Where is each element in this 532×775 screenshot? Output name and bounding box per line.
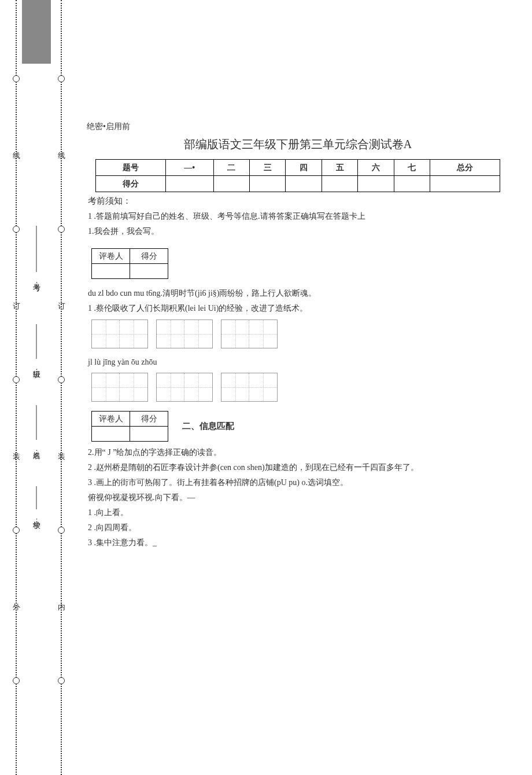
inner-char-nei: 内: [58, 602, 65, 612]
col-5: 五: [322, 160, 357, 176]
grader-table-1: 评卷人 得分: [91, 248, 168, 279]
binding-margin: 线 订 装 外 考号： 班级： 姓名： 学校: 线 订 装 内: [0, 0, 81, 775]
student-info-column: 考号： 班级： 姓名： 学校:: [22, 0, 51, 775]
section-2-title: 二、信息匹配: [182, 421, 234, 432]
score-6[interactable]: [358, 176, 394, 192]
score-total[interactable]: [430, 176, 500, 192]
tianzi-row-1: [91, 319, 509, 348]
col-7: 七: [394, 160, 430, 176]
school-label: 学校:: [31, 515, 42, 524]
score-1[interactable]: [165, 176, 213, 192]
q2-intro: 2.用“ J ”给加点的字选择正确的读音。: [88, 447, 509, 458]
col-label: 题号: [96, 160, 166, 176]
tianzi-group[interactable]: [91, 373, 148, 402]
score-label: 得分: [130, 249, 168, 264]
inner-dotted-column: 线 订 装 内: [56, 0, 67, 775]
name-label: 姓名：: [31, 446, 42, 453]
instruction-1: 1 .答题前填写好自己的姓名、班级、考号等信息.请将答案正确填写在答题卡上: [88, 211, 509, 222]
section-1-title: 1.我会拼，我会写。: [88, 226, 509, 237]
col-4: 四: [286, 160, 322, 176]
q2-line2: 2 .赵州桥是隋朝的石匠李春设计并参(cen con shen)加建造的，到现在…: [88, 462, 509, 473]
inner-char-zhuang: 装: [58, 451, 65, 462]
score-label: 得分: [130, 412, 168, 427]
score-7[interactable]: [394, 176, 430, 192]
score-5[interactable]: [322, 176, 357, 192]
instructions-head: 考前须知：: [88, 196, 509, 207]
tianzi-group[interactable]: [221, 373, 278, 402]
score-label: 得分: [96, 176, 166, 192]
inner-char-xian: 线: [58, 150, 65, 161]
tianzi-group[interactable]: [91, 319, 148, 348]
score-cell[interactable]: [130, 427, 168, 442]
inner-char-ding: 订: [58, 301, 65, 311]
grader-table-2: 评卷人 得分: [91, 411, 168, 442]
score-header-row: 题号 —• 二 三 四 五 六 七 总分: [96, 160, 500, 176]
q1-line: 1 .蔡伦吸收了人们长期积累(lei lei Ui)的经验，改进了造纸术。: [88, 303, 509, 314]
outer-char-xian: 线: [13, 150, 20, 161]
opt1: 1 .向上看。: [88, 508, 509, 518]
class-label: 班级：: [31, 365, 42, 372]
grader-cell[interactable]: [92, 427, 130, 442]
outer-char-zhuang: 装: [13, 451, 20, 462]
col-total: 总分: [430, 160, 500, 176]
score-table: 题号 —• 二 三 四 五 六 七 总分 得分: [95, 159, 500, 192]
header-gray-block: [22, 0, 51, 64]
exam-content: 绝密•启用前 部编版语文三年级下册第三单元综合测试卷A 题号 —• 二 三 四 …: [87, 122, 509, 553]
grader-label: 评卷人: [92, 412, 130, 427]
exam-title: 部编版语文三年级下册第三单元综合测试卷A: [87, 137, 509, 152]
col-2: 二: [213, 160, 249, 176]
confidential-label: 绝密•启用前: [87, 122, 509, 132]
opt3: 3 .集中注意力看。_: [88, 538, 509, 548]
col-1: —•: [165, 160, 213, 176]
col-6: 六: [358, 160, 394, 176]
opt2: 2 .向四周看。: [88, 523, 509, 533]
score-4[interactable]: [286, 176, 322, 192]
score-3[interactable]: [250, 176, 286, 192]
q1-pinyin-sentence: du zl bdo cun mu t6ng.清明时节(ji6 ji§)雨纷纷，路…: [88, 288, 509, 299]
tianzi-group[interactable]: [156, 319, 213, 348]
exam-no-label: 考号：: [31, 278, 42, 285]
outer-char-ding: 订: [13, 301, 20, 311]
q-words: 俯视仰视凝视环视.向下看。—: [88, 493, 509, 503]
tianzi-group[interactable]: [221, 319, 278, 348]
outer-char-wai: 外: [13, 602, 20, 612]
grader-cell[interactable]: [92, 264, 130, 279]
score-2[interactable]: [213, 176, 249, 192]
tianzi-row-2: [91, 373, 509, 402]
pinyin-row-2: jl lù jīng yàn ōu zhōu: [88, 358, 509, 367]
q2-line3: 3 .画上的街市可热闹了。街上有挂着各种招牌的店铺(pU pu) o.选词填空。: [88, 478, 509, 488]
outer-dotted-column: 线 订 装 外: [10, 0, 22, 775]
col-3: 三: [250, 160, 286, 176]
tianzi-group[interactable]: [156, 373, 213, 402]
score-value-row: 得分: [96, 176, 500, 192]
score-cell[interactable]: [130, 264, 168, 279]
grader-label: 评卷人: [92, 249, 130, 264]
